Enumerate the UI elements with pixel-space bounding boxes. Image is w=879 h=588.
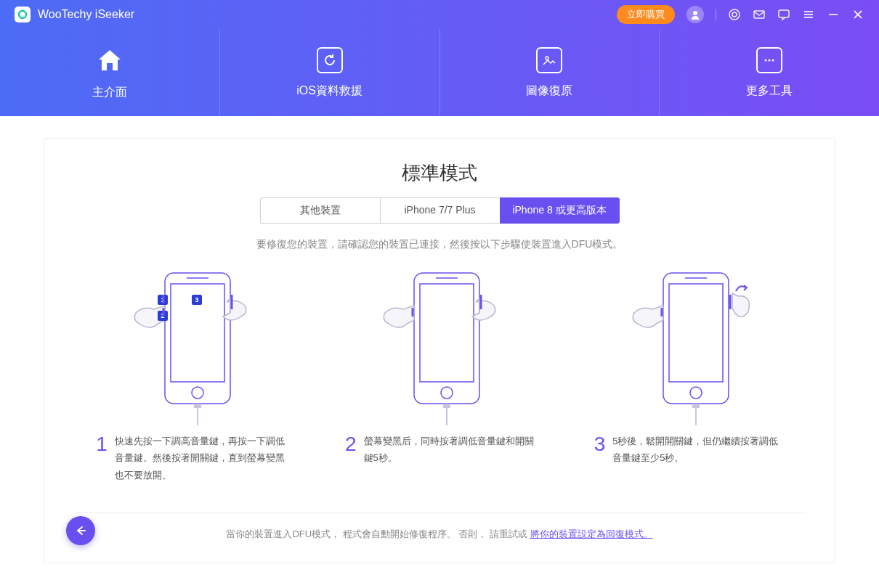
svg-rect-44 — [692, 404, 700, 408]
buy-button[interactable]: 立即購買 — [617, 5, 675, 24]
svg-rect-5 — [779, 10, 789, 17]
close-icon[interactable] — [851, 8, 864, 21]
recovery-mode-link[interactable]: 將你的裝置設定為回復模式。 — [530, 528, 653, 539]
svg-point-2 — [729, 9, 740, 20]
instruction-text: 要修復您的裝置，請確認您的裝置已連接，然後按以下步驟使裝置進入DFU模式。 — [73, 238, 806, 251]
nav-tab-image-restore[interactable]: 圖像復原 — [440, 29, 660, 116]
svg-rect-31 — [414, 273, 479, 404]
svg-point-13 — [765, 59, 767, 61]
footer-text: 當你的裝置進入DFU模式， 程式會自動開始修復程序。 否則， 請重試或 將你的裝… — [73, 513, 806, 541]
step-description: 螢幕變黑后，同時按著調低音量鍵和開關鍵5秒。 — [364, 433, 534, 467]
svg-rect-16 — [165, 273, 230, 404]
footer-prefix: 當你的裝置進入DFU模式， 程式會自動開始修復程序。 否則， 請重試或 — [226, 528, 527, 539]
svg-point-12 — [546, 57, 548, 60]
back-button[interactable] — [66, 516, 95, 545]
target-icon[interactable] — [728, 8, 741, 21]
nav-tab-ios-recovery[interactable]: iOS資料救援 — [220, 29, 440, 116]
device-tabs: 其他裝置 iPhone 7/7 Plus iPhone 8 或更高版本 — [73, 197, 806, 224]
nav-tab-home[interactable]: 主介面 — [0, 29, 220, 116]
menu-icon[interactable] — [802, 8, 815, 21]
nav-label: 更多工具 — [746, 83, 793, 99]
svg-point-1 — [693, 11, 697, 15]
phone-illustration-1: 1 2 3 — [118, 266, 263, 425]
nav-label: iOS資料救援 — [296, 83, 362, 99]
minimize-icon[interactable] — [827, 8, 840, 21]
mode-title: 標準模式 — [73, 160, 806, 186]
nav-tabs: 主介面 iOS資料救援 圖像復原 更多工具 — [0, 29, 879, 116]
svg-point-14 — [769, 59, 771, 61]
refresh-icon — [317, 47, 343, 73]
steps-row: 1 2 3 1 快速先按一下調高音量鍵，再按一下調低音量鍵。然後按著開關鍵，直到… — [73, 266, 806, 483]
svg-point-0 — [19, 11, 26, 18]
svg-point-3 — [732, 12, 737, 17]
home-icon — [95, 46, 124, 75]
step-number: 3 — [594, 433, 606, 456]
more-icon — [756, 47, 782, 73]
svg-rect-4 — [754, 11, 764, 18]
svg-rect-36 — [443, 404, 450, 408]
phone-illustration-3 — [616, 266, 761, 425]
svg-rect-21 — [194, 404, 201, 408]
svg-point-15 — [772, 59, 774, 61]
svg-point-33 — [441, 387, 453, 399]
user-avatar-icon[interactable] — [686, 6, 704, 23]
step-3: 3 5秒後，鬆開開關鍵，但仍繼續按著調低音量鍵至少5秒。 — [571, 266, 806, 483]
svg-point-41 — [690, 387, 702, 399]
step-number: 1 — [96, 433, 108, 456]
svg-rect-40 — [669, 284, 723, 382]
nav-label: 主介面 — [92, 85, 127, 100]
mail-icon[interactable] — [753, 8, 766, 21]
phone-illustration-2 — [367, 266, 512, 425]
divider — [716, 9, 716, 20]
app-title: WooTechy iSeeker — [38, 8, 134, 21]
nav-tab-more-tools[interactable]: 更多工具 — [660, 29, 879, 116]
device-tab-iphone7[interactable]: iPhone 7/7 Plus — [380, 197, 500, 224]
step-description: 5秒後，鬆開開關鍵，但仍繼續按著調低音量鍵至少5秒。 — [612, 433, 782, 467]
step-2: 2 螢幕變黑后，同時按著調低音量鍵和開關鍵5秒。 — [323, 266, 557, 483]
step-1: 1 2 3 1 快速先按一下調高音量鍵，再按一下調低音量鍵。然後按著開關鍵，直到… — [73, 266, 308, 483]
svg-point-18 — [192, 387, 203, 399]
feedback-icon[interactable] — [777, 8, 790, 21]
step-description: 快速先按一下調高音量鍵，再按一下調低音量鍵。然後按著開關鍵，直到螢幕變黑也不要放… — [115, 433, 285, 483]
device-tab-iphone8[interactable]: iPhone 8 或更高版本 — [500, 197, 620, 224]
image-icon — [536, 47, 562, 73]
svg-rect-39 — [663, 273, 729, 404]
nav-label: 圖像復原 — [526, 83, 572, 99]
svg-rect-32 — [420, 284, 474, 382]
app-logo-icon — [15, 7, 31, 23]
svg-text:3: 3 — [195, 296, 199, 303]
content-card: 標準模式 其他裝置 iPhone 7/7 Plus iPhone 8 或更高版本… — [44, 138, 835, 563]
device-tab-other[interactable]: 其他裝置 — [260, 197, 380, 224]
arrow-left-icon — [74, 524, 87, 537]
titlebar: WooTechy iSeeker 立即購買 — [0, 0, 879, 29]
step-number: 2 — [345, 433, 357, 456]
